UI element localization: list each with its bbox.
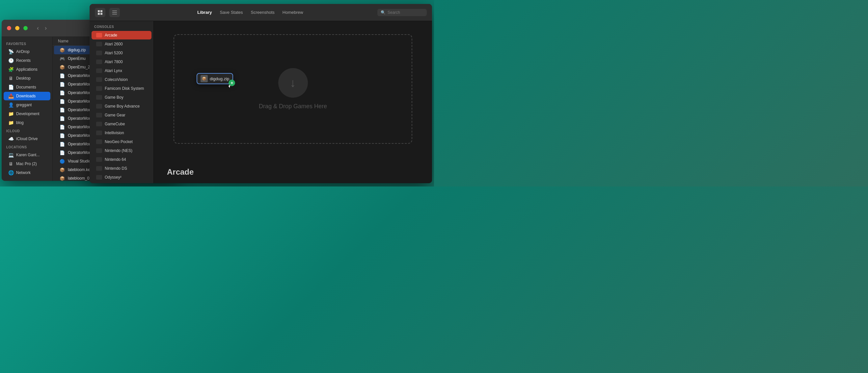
console-nds[interactable]: Nintendo DS — [92, 164, 152, 173]
fds-icon — [96, 86, 102, 91]
kext-icon: 📦 — [59, 167, 65, 173]
tab-screenshots[interactable]: Screenshots — [251, 8, 275, 16]
file-name: digdug.zip — [68, 48, 86, 52]
back-button[interactable]: ‹ — [35, 24, 41, 32]
console-name: Famicom Disk System — [105, 86, 144, 91]
console-odyssey[interactable]: Odyssey² — [92, 173, 152, 181]
arcade-title: Arcade — [167, 167, 194, 177]
console-name: Atari 2600 — [105, 42, 123, 46]
atari2600-icon — [96, 42, 102, 46]
finder-nav-buttons: ‹ › — [35, 24, 49, 32]
console-name: Arcade — [105, 33, 117, 37]
list-view-button[interactable] — [109, 8, 120, 17]
network-icon: 🌐 — [8, 170, 13, 175]
nes-icon — [96, 148, 102, 153]
sidebar-item-desktop[interactable]: 🖥 Desktop — [4, 74, 51, 82]
console-colecovision[interactable]: ColecoVision — [92, 75, 152, 84]
grid-view-button[interactable] — [95, 8, 105, 17]
downloads-icon: 📥 — [8, 93, 13, 99]
console-name: Nintendo (NES) — [105, 148, 132, 153]
n64-icon — [96, 157, 102, 162]
tab-save-states[interactable]: Save States — [220, 8, 243, 16]
locations-label: Locations — [2, 143, 52, 150]
file-name: OpenEmu — [68, 56, 86, 61]
mouse-cursor — [229, 85, 236, 92]
sidebar-item-downloads[interactable]: 📥 Downloads — [4, 92, 51, 100]
maximize-button[interactable] — [23, 26, 28, 30]
forward-button[interactable]: › — [43, 24, 49, 32]
nds-icon — [96, 166, 102, 171]
svg-rect-2 — [98, 13, 100, 15]
drop-zone[interactable]: ↓ Drag & Drop Games Here — [174, 34, 412, 144]
search-input[interactable] — [388, 10, 424, 15]
sidebar-item-documents[interactable]: 📄 Documents — [4, 83, 51, 92]
sidebar-item-karen[interactable]: 💻 Karen Gant... — [4, 150, 51, 159]
sidebar-item-label: iCloud Drive — [16, 136, 37, 141]
desktop-icon: 🖥 — [8, 76, 13, 81]
sidebar-item-airdrop[interactable]: 📡 AirDrop — [4, 47, 51, 56]
tab-library[interactable]: Library — [197, 8, 212, 16]
console-name: Game Boy — [105, 95, 123, 100]
font-icon: 📄 — [59, 115, 65, 122]
font-icon: 📄 — [59, 150, 65, 156]
sidebar-item-greggant[interactable]: 👤 greggant — [4, 101, 51, 109]
console-name: GameCube — [105, 122, 125, 126]
console-pcfx[interactable]: PC-FX — [92, 182, 152, 183]
sidebar-item-label: Network — [16, 170, 31, 175]
sidebar-item-label: Karen Gant... — [16, 152, 39, 157]
tab-homebrew[interactable]: Homebrew — [282, 8, 303, 16]
zip-icon: 📦 — [59, 175, 65, 181]
font-icon: 📄 — [59, 124, 65, 130]
sidebar-item-recents[interactable]: 🕐 Recents — [4, 56, 51, 65]
console-name: Atari Lynx — [105, 68, 122, 73]
airdrop-icon: 📡 — [8, 49, 13, 54]
user-icon: 👤 — [8, 102, 13, 108]
sidebar-item-development[interactable]: 📁 Development — [4, 109, 51, 118]
sidebar-item-applications[interactable]: 🧩 Applications — [4, 65, 51, 74]
openemu-titlebar: Library Save States Screenshots Homebrew… — [90, 4, 432, 21]
openemu-window: Library Save States Screenshots Homebrew… — [90, 4, 432, 183]
console-arcade[interactable]: Arcade — [92, 31, 152, 39]
blog-icon: 📁 — [8, 120, 13, 125]
dragged-file-name: digdug.zip — [210, 76, 229, 81]
zip-icon: 📦 — [59, 64, 65, 70]
minimize-button[interactable] — [15, 26, 20, 30]
close-button[interactable] — [7, 26, 11, 30]
atari5200-icon — [96, 50, 102, 55]
search-box: 🔍 — [377, 9, 427, 16]
karen-icon: 💻 — [8, 152, 13, 158]
console-gameboy[interactable]: Game Boy — [92, 93, 152, 102]
console-atari2600[interactable]: Atari 2600 — [92, 40, 152, 48]
sidebar-item-mac-pro[interactable]: 🖥 Mac Pro (2) — [4, 160, 51, 168]
sidebar-item-network[interactable]: 🌐 Network — [4, 168, 51, 177]
console-atarilynx[interactable]: Atari Lynx — [92, 66, 152, 75]
console-name: Game Boy Advance — [105, 104, 140, 108]
console-famicom-disk[interactable]: Famicom Disk System — [92, 84, 152, 93]
sidebar-item-blog[interactable]: 📁 blog — [4, 118, 51, 127]
intv-icon — [96, 131, 102, 135]
sidebar-item-label: blog — [16, 121, 24, 125]
sidebar-item-label: Desktop — [16, 76, 31, 80]
console-gamegear[interactable]: Game Gear — [92, 111, 152, 120]
svg-rect-1 — [100, 10, 102, 12]
console-atari7800[interactable]: Atari 7800 — [92, 58, 152, 66]
icloud-label: iCloud — [2, 127, 52, 134]
development-icon: 📁 — [8, 111, 13, 116]
search-icon: 🔍 — [381, 10, 385, 15]
console-gamecube[interactable]: GameCube — [92, 120, 152, 128]
sidebar-item-icloud[interactable]: ☁️ iCloud Drive — [4, 135, 51, 143]
app-icon: 🎮 — [59, 56, 65, 62]
drop-arrow-icon: ↓ — [290, 76, 296, 90]
consoles-sidebar: Consoles Arcade Atari 2600 Atari 5200 At… — [90, 21, 154, 183]
dragged-file-badge: 📦 digdug.zip + — [196, 73, 233, 84]
console-neogeo-pocket[interactable]: NeoGeo Pocket — [92, 137, 152, 146]
font-icon: 📄 — [59, 81, 65, 87]
svg-rect-5 — [112, 12, 117, 13]
sidebar-item-label: Development — [16, 111, 39, 116]
console-name: Nintendo DS — [105, 166, 127, 171]
console-nes[interactable]: Nintendo (NES) — [92, 146, 152, 155]
console-gba[interactable]: Game Boy Advance — [92, 102, 152, 110]
console-n64[interactable]: Nintendo 64 — [92, 155, 152, 164]
console-intellivision[interactable]: Intellivision — [92, 129, 152, 137]
console-atari5200[interactable]: Atari 5200 — [92, 49, 152, 57]
